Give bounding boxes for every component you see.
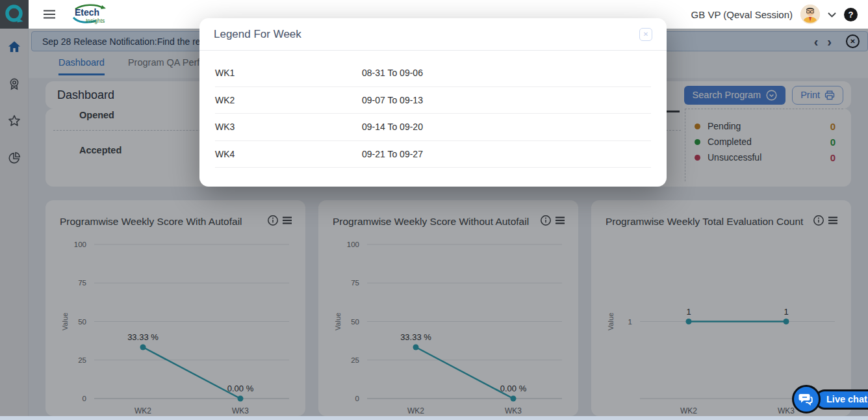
etech-insights-logo: Etech Insights [70, 3, 110, 26]
modal-close-icon[interactable]: ✕ [639, 28, 652, 41]
week-range: 09-07 To 09-13 [362, 95, 423, 105]
user-menu-chevron-icon[interactable] [828, 8, 836, 20]
brand-name: Etech [75, 7, 99, 18]
week-row: WK1 08-31 To 09-06 [215, 60, 651, 87]
avatar[interactable] [800, 5, 820, 24]
brand-sub: Insights [86, 18, 105, 24]
horizontal-scrollbar[interactable] [0, 416, 868, 420]
week-name: WK1 [215, 68, 362, 78]
week-row: WK2 09-07 To 09-13 [215, 87, 651, 114]
week-range: 08-31 To 09-06 [362, 68, 423, 78]
help-icon[interactable]: ? [844, 8, 858, 21]
menu-toggle-icon[interactable] [43, 9, 56, 20]
live-chat-label[interactable]: Live chat [815, 389, 868, 410]
week-row: WK4 09-21 To 09-27 [215, 141, 651, 168]
legend-for-week-modal: Legend For Week ✕ WK1 08-31 To 09-06 WK2… [199, 18, 667, 187]
qeval-logo-icon[interactable] [0, 0, 29, 29]
app-screen: Etech Insights GB VP (Qeval Session) [0, 0, 868, 420]
modal-body: WK1 08-31 To 09-06 WK2 09-07 To 09-13 WK… [199, 51, 667, 168]
week-range: 09-21 To 09-27 [362, 149, 423, 159]
chat-bubble-icon[interactable] [792, 385, 821, 413]
top-right-cluster: GB VP (Qeval Session) ? [691, 5, 868, 24]
week-row: WK3 09-14 To 09-20 [215, 114, 651, 141]
user-session-label: GB VP (Qeval Session) [691, 9, 793, 20]
week-name: WK4 [215, 149, 362, 159]
week-name: WK2 [215, 95, 362, 105]
modal-title: Legend For Week [214, 28, 301, 41]
week-range: 09-14 To 09-20 [362, 122, 423, 132]
live-chat-widget[interactable]: Live chat [792, 385, 868, 413]
modal-header: Legend For Week ✕ [199, 18, 667, 51]
week-name: WK3 [215, 122, 362, 132]
